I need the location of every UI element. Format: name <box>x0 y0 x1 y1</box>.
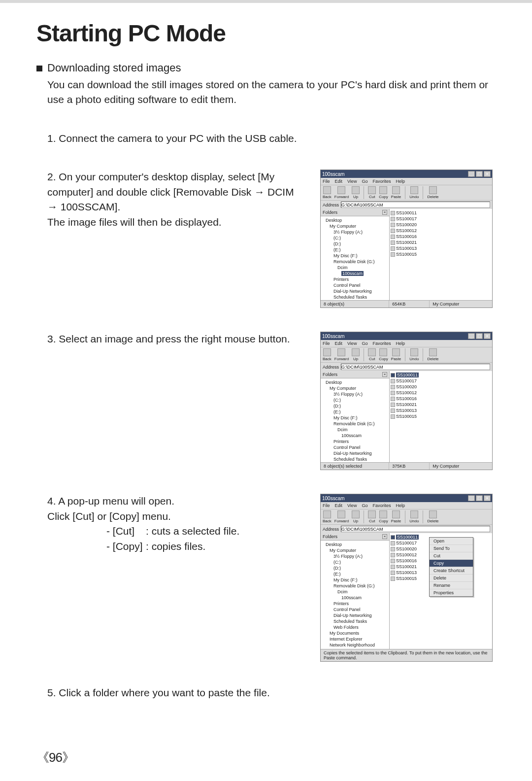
menu-file[interactable]: File <box>323 179 330 184</box>
image-file-icon <box>391 252 395 257</box>
menu-edit[interactable]: Edit <box>335 179 343 184</box>
image-file-icon <box>391 414 395 419</box>
ctx-copy[interactable]: Copy <box>430 560 473 567</box>
close-icon[interactable]: × <box>484 333 491 339</box>
back-button[interactable]: Back <box>323 186 332 199</box>
file-list[interactable]: SS100011 SS100017 SS100020 SS100012 SS10… <box>390 533 492 649</box>
ctx-delete[interactable]: Delete <box>430 575 473 582</box>
tree-item: Dcim 100sscam <box>337 265 388 276</box>
delete-button[interactable]: Delete <box>427 186 438 199</box>
image-file-icon <box>391 235 395 239</box>
menu-go[interactable]: Go <box>362 503 367 508</box>
forward-button[interactable]: Forward <box>334 186 349 199</box>
step-3-text: 3. Select an image and press the right m… <box>47 332 300 346</box>
image-file-icon <box>391 211 395 215</box>
menu-help[interactable]: Help <box>396 503 405 508</box>
menu-file[interactable]: File <box>323 341 330 346</box>
cut-button[interactable]: Cut <box>368 510 376 523</box>
tree-item: My Computer 3½ Floppy (A:) (C:) (D:) (E:… <box>330 547 388 630</box>
menu-view[interactable]: View <box>347 341 357 346</box>
menu-favorites[interactable]: Favorites <box>372 341 391 346</box>
tree-item: (C:) <box>333 235 388 241</box>
file-item: SS100015 <box>391 251 491 257</box>
close-icon[interactable]: × <box>484 495 491 501</box>
undo-icon <box>410 348 418 356</box>
close-icon[interactable]: × <box>484 171 491 177</box>
copy-icon <box>379 348 387 356</box>
tree-item: Removable Disk (G:) Dcim 100sscam <box>333 583 388 601</box>
ctx-sendto[interactable]: Send To <box>430 545 473 552</box>
menu-go[interactable]: Go <box>362 341 367 346</box>
back-button[interactable]: Back <box>323 510 332 523</box>
menu-view[interactable]: View <box>347 179 357 184</box>
up-button[interactable]: Up <box>352 510 360 523</box>
forward-button[interactable]: Forward <box>334 348 349 361</box>
forward-button[interactable]: Forward <box>334 510 349 523</box>
maximize-icon[interactable]: □ <box>476 495 483 501</box>
address-input[interactable] <box>341 526 490 532</box>
delete-button[interactable]: Delete <box>427 348 438 361</box>
cut-button[interactable]: Cut <box>368 186 376 199</box>
delete-button[interactable]: Delete <box>427 510 438 523</box>
ctx-open[interactable]: Open <box>430 538 473 545</box>
folder-tree[interactable]: Folders × Desktop My Computer 3½ Floppy … <box>321 371 390 462</box>
minimize-icon[interactable]: _ <box>468 333 475 339</box>
minimize-icon[interactable]: _ <box>468 495 475 501</box>
menu-edit[interactable]: Edit <box>335 341 343 346</box>
ctx-properties[interactable]: Properties <box>430 589 473 596</box>
tree-item: Printers <box>333 439 388 444</box>
minimize-icon[interactable]: _ <box>468 171 475 177</box>
undo-button[interactable]: Undo <box>409 348 419 361</box>
cut-button[interactable]: Cut <box>368 348 376 361</box>
file-item: SS100021 <box>391 239 491 245</box>
menu-file[interactable]: File <box>323 503 330 508</box>
undo-button[interactable]: Undo <box>409 186 419 199</box>
up-button[interactable]: Up <box>352 348 360 361</box>
menu-edit[interactable]: Edit <box>335 503 343 508</box>
paste-button[interactable]: Paste <box>391 186 401 199</box>
menu-go[interactable]: Go <box>362 179 367 184</box>
address-label: Address <box>323 527 339 532</box>
ctx-cut[interactable]: Cut <box>430 552 473 560</box>
menu-view[interactable]: View <box>347 503 357 508</box>
copy-button[interactable]: Copy <box>379 186 388 199</box>
tree-item: Recycle Bin <box>330 648 388 649</box>
maximize-icon[interactable]: □ <box>476 333 483 339</box>
status-size: 375KB <box>389 463 430 470</box>
copy-button[interactable]: Copy <box>379 348 388 361</box>
image-file-icon <box>391 223 395 227</box>
address-input[interactable] <box>341 202 490 208</box>
folders-pane-close-icon[interactable]: × <box>382 534 387 539</box>
folders-pane-close-icon[interactable]: × <box>382 372 387 377</box>
ctx-rename[interactable]: Rename <box>430 582 473 589</box>
paste-button[interactable]: Paste <box>391 348 401 361</box>
bullet-square-icon <box>36 66 42 71</box>
file-list[interactable]: SS100011 SS100017 SS100020 SS100012 SS10… <box>390 371 492 462</box>
file-item: SS100013 <box>391 245 491 251</box>
file-list[interactable]: SS100011 SS100017 SS100020 SS100012 SS10… <box>390 209 492 300</box>
ctx-shortcut[interactable]: Create Shortcut <box>430 567 473 575</box>
file-item: SS100011 <box>391 210 491 216</box>
up-button[interactable]: Up <box>352 186 360 199</box>
undo-button[interactable]: Undo <box>409 510 419 523</box>
tree-item: (C:) <box>333 559 388 565</box>
image-file-icon <box>391 541 395 545</box>
up-icon <box>352 348 360 356</box>
menu-favorites[interactable]: Favorites <box>372 179 391 184</box>
menu-help[interactable]: Help <box>396 179 405 184</box>
folders-pane-close-icon[interactable]: × <box>382 210 387 215</box>
file-item: SS100013 <box>391 407 491 413</box>
back-button[interactable]: Back <box>323 348 332 361</box>
menu-help[interactable]: Help <box>396 341 405 346</box>
copy-button[interactable]: Copy <box>379 510 388 523</box>
tree-item: My Computer 3½ Floppy (A:) (C:) (D:) (E:… <box>330 385 388 462</box>
menu-favorites[interactable]: Favorites <box>372 503 391 508</box>
folder-tree[interactable]: Folders × Desktop My Computer 3½ Floppy … <box>321 533 390 649</box>
file-item: SS100020 <box>391 384 491 390</box>
paste-button[interactable]: Paste <box>391 510 401 523</box>
step-4-text-b: Click [Cut] or [Copy] menu. <box>47 509 300 524</box>
tree-item: Control Panel <box>333 282 388 288</box>
address-input[interactable] <box>341 364 490 370</box>
folder-tree[interactable]: Folders × Desktop My Computer 3½ Floppy … <box>321 209 390 300</box>
maximize-icon[interactable]: □ <box>476 171 483 177</box>
